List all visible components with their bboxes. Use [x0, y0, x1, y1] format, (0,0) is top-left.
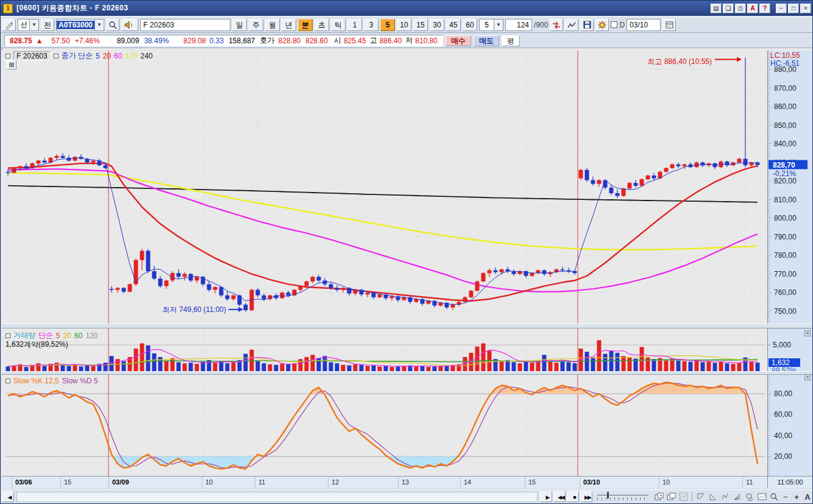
minimize-button[interactable]: − — [776, 4, 787, 13]
search-icon[interactable] — [106, 19, 119, 31]
time-tick — [398, 477, 399, 488]
ma-label-60: 60 — [114, 52, 122, 60]
period-button-틱[interactable]: 틱 — [331, 19, 346, 31]
period-button-월[interactable]: 월 — [265, 19, 280, 31]
open-price: 825.45 — [344, 37, 366, 45]
stoch-d-label: Slow %D 5 — [62, 377, 98, 385]
interval-button-5[interactable]: 5 — [380, 19, 395, 31]
magnifier-icon[interactable] — [769, 491, 779, 502]
cascade-windows-icon[interactable] — [666, 491, 676, 502]
chevron-down-icon[interactable]: ▼ — [94, 20, 104, 30]
auto-scale-button[interactable]: A — [803, 492, 812, 502]
period-button-일[interactable]: 일 — [232, 19, 247, 31]
period-button-초[interactable]: 초 — [314, 19, 329, 31]
interval-button-15[interactable]: 15 — [413, 19, 428, 31]
fast-forward-button[interactable]: ▶▶ — [580, 491, 592, 502]
period-button-분[interactable]: 분 — [298, 19, 313, 31]
annotation-tool-icon[interactable] — [744, 491, 755, 502]
zigzag-tool-icon[interactable] — [720, 491, 731, 502]
slider-thumb[interactable] — [607, 492, 609, 499]
chevron-down-icon[interactable]: ▼ — [494, 20, 503, 30]
interval-button-1[interactable]: 1 — [347, 19, 362, 31]
period-button-주[interactable]: 주 — [249, 19, 263, 31]
sell-button[interactable]: 매도 — [474, 35, 499, 46]
symbol-input[interactable] — [140, 19, 230, 31]
maximize-button[interactable]: □ — [788, 4, 799, 13]
calendar-icon[interactable] — [662, 19, 676, 31]
code-value[interactable]: A0T63000 — [57, 21, 94, 29]
trend-up-tool-icon[interactable] — [695, 491, 706, 502]
vol-ma-60: 60 — [74, 332, 82, 340]
svg-text:820,00: 820,00 — [774, 177, 797, 185]
time-tick — [580, 477, 580, 488]
volume-pane[interactable] — [2, 328, 767, 371]
svg-text:780,00: 780,00 — [774, 251, 797, 260]
period-button-년[interactable]: 년 — [282, 19, 296, 31]
print-icon[interactable]: ⎙ — [735, 4, 746, 13]
windows-icon[interactable]: ❏ — [723, 4, 734, 13]
draw-tool-icon[interactable] — [2, 19, 16, 31]
speaker-icon[interactable] — [121, 19, 138, 31]
code-combo[interactable]: A0T63000 ▼ — [56, 19, 104, 31]
time-axis: 03/061503/0910111213141503/101011 — [2, 476, 767, 488]
stochastic-legend: Slow %K 12,5 Slow %D 5 — [5, 377, 98, 385]
close-stoch-pane-icon[interactable]: × — [804, 374, 811, 380]
help-icon[interactable]: ? — [759, 4, 770, 13]
interval-button-45[interactable]: 45 — [446, 19, 461, 31]
trend-down-tool-icon[interactable] — [708, 491, 719, 502]
bar-count-input[interactable] — [505, 19, 532, 31]
interval-button-60[interactable]: 60 — [463, 19, 477, 31]
zoom-out-button[interactable]: − — [781, 492, 790, 502]
interval-select[interactable]: 5 ▼ — [479, 19, 503, 31]
chart-scrollbar[interactable] — [16, 492, 538, 502]
pane-divider[interactable] — [2, 324, 812, 328]
close-volume-pane-icon[interactable]: × — [804, 330, 811, 336]
open-label: 시 — [334, 35, 341, 46]
chart-image-icon[interactable] — [756, 491, 767, 502]
checkbox-icon[interactable] — [5, 378, 10, 383]
pane-divider[interactable] — [2, 371, 812, 375]
interval-button-10[interactable]: 10 — [397, 19, 411, 31]
play-button[interactable]: ▶ — [540, 491, 552, 502]
compare-arrows-icon[interactable] — [550, 19, 563, 31]
chart-style-select[interactable]: 선 ▼ — [18, 19, 39, 31]
price-pane[interactable]: 최고 886,40 (10:55)최저 749,60 (11:00) — [2, 51, 767, 324]
dock-window-icon[interactable]: ▤ — [711, 4, 722, 13]
day-checkbox[interactable] — [611, 21, 617, 28]
prev-button[interactable]: 전 — [41, 19, 54, 31]
time-label: 03/10 — [583, 478, 600, 486]
stop-button[interactable]: ■ — [567, 491, 579, 502]
legend-symbol[interactable]: F 202603 — [13, 51, 51, 61]
gear-icon[interactable] — [595, 19, 609, 31]
time-tick — [60, 477, 61, 488]
font-icon[interactable]: A — [747, 4, 758, 13]
zoom-in-button[interactable]: + — [792, 492, 801, 502]
chart-line-icon[interactable] — [565, 19, 578, 31]
speed-slider[interactable] — [597, 491, 648, 502]
checkbox-icon[interactable] — [5, 333, 10, 338]
checkbox-icon[interactable] — [54, 54, 59, 59]
interval-button-30[interactable]: 30 — [430, 19, 444, 31]
svg-text:870,00: 870,00 — [774, 84, 797, 93]
stochastic-pane[interactable] — [2, 375, 767, 476]
time-label: 10 — [662, 478, 670, 486]
interval-button-3[interactable]: 3 — [364, 19, 378, 31]
scroll-left-button[interactable]: ◀ — [2, 491, 14, 502]
fan-lines-tool-icon[interactable] — [732, 491, 743, 502]
chevron-down-icon[interactable]: ▼ — [29, 20, 38, 30]
new-window-icon[interactable] — [653, 491, 664, 502]
low-annotation: 최저 749,60 (11:00) — [162, 305, 226, 314]
time-label: 15 — [528, 478, 536, 486]
checkbox-icon[interactable] — [5, 54, 10, 59]
save-icon[interactable] — [580, 19, 594, 31]
svg-text:20,00: 20,00 — [774, 452, 792, 461]
date-input[interactable] — [627, 19, 661, 31]
grid-toggle-button[interactable]: ⊞ — [7, 60, 16, 69]
price-axis[interactable]: LC:10,55HC:-6,51880,00870,00860,00850,00… — [767, 51, 812, 476]
buy-button[interactable]: 매수 — [446, 35, 471, 46]
svg-text:828,70: 828,70 — [773, 161, 795, 169]
rewind-button[interactable]: ◀◀ — [553, 491, 566, 502]
close-button[interactable]: × — [800, 4, 811, 13]
flat-button[interactable]: 평 — [502, 35, 520, 46]
pattern-box-icon[interactable] — [678, 491, 689, 502]
